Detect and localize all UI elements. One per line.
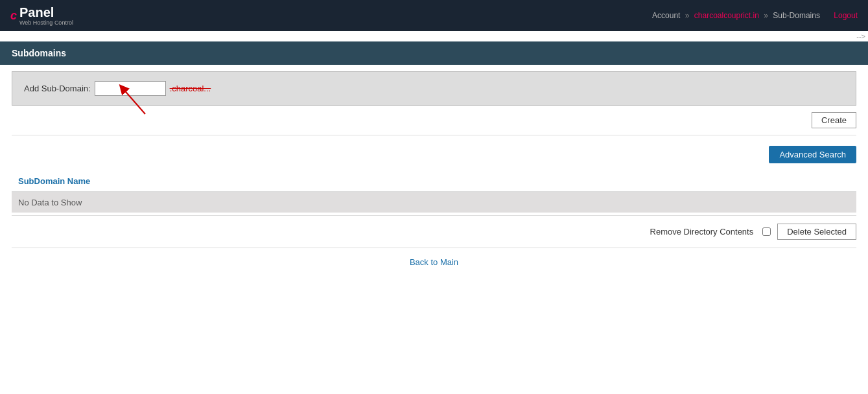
logo: c Panel Web Hosting Control (10, 5, 73, 26)
nav-breadcrumb: Account » charcoalcouprict.in » Sub-Doma… (652, 11, 858, 20)
bottom-action-row: Remove Directory Contents Delete Selecte… (12, 215, 856, 248)
logo-sub: Web Hosting Control (19, 20, 73, 26)
account-label: Account (652, 11, 680, 20)
subdomain-table: SubDomain Name No Data to Show (12, 171, 856, 213)
sep3 (825, 11, 829, 20)
advanced-search-row: Advanced Search (12, 135, 856, 168)
column-subdomain-name: SubDomain Name (12, 171, 856, 192)
sep2: » (764, 11, 768, 20)
remove-directory-checkbox[interactable] (762, 227, 771, 236)
cpanel-icon: c (10, 9, 17, 23)
arrow-comment: --> (0, 31, 868, 41)
main-content: Add Sub-Domain: .charcoal... Create Adva… (0, 71, 868, 288)
sep1: » (685, 11, 690, 20)
add-subdomain-row: Add Sub-Domain: .charcoal... (24, 81, 844, 96)
table-header-row: SubDomain Name (12, 171, 856, 192)
remove-directory-label: Remove Directory Contents (650, 227, 754, 237)
page-header: Subdomains (0, 41, 868, 65)
advanced-search-button[interactable]: Advanced Search (769, 146, 856, 163)
add-subdomain-section: Add Sub-Domain: .charcoal... (12, 71, 856, 106)
no-data-cell: No Data to Show (12, 192, 856, 213)
back-to-main-row: Back to Main (12, 248, 856, 276)
subdomain-input[interactable] (95, 81, 166, 96)
logo-text: Panel (19, 5, 54, 19)
domain-link[interactable]: charcoalcouprict.in (694, 11, 759, 20)
create-row: Create (12, 106, 856, 135)
top-navigation: c Panel Web Hosting Control Account » ch… (0, 0, 868, 31)
page-title: Subdomains (12, 48, 66, 58)
logout-link[interactable]: Logout (834, 11, 858, 20)
back-to-main-link[interactable]: Back to Main (410, 257, 458, 267)
delete-selected-button[interactable]: Delete Selected (777, 224, 856, 240)
add-subdomain-label: Add Sub-Domain: (24, 84, 91, 93)
create-button[interactable]: Create (812, 112, 856, 128)
domain-suffix: .charcoal... (170, 84, 211, 93)
table-row: No Data to Show (12, 192, 856, 213)
subdomains-breadcrumb: Sub-Domains (773, 11, 820, 20)
